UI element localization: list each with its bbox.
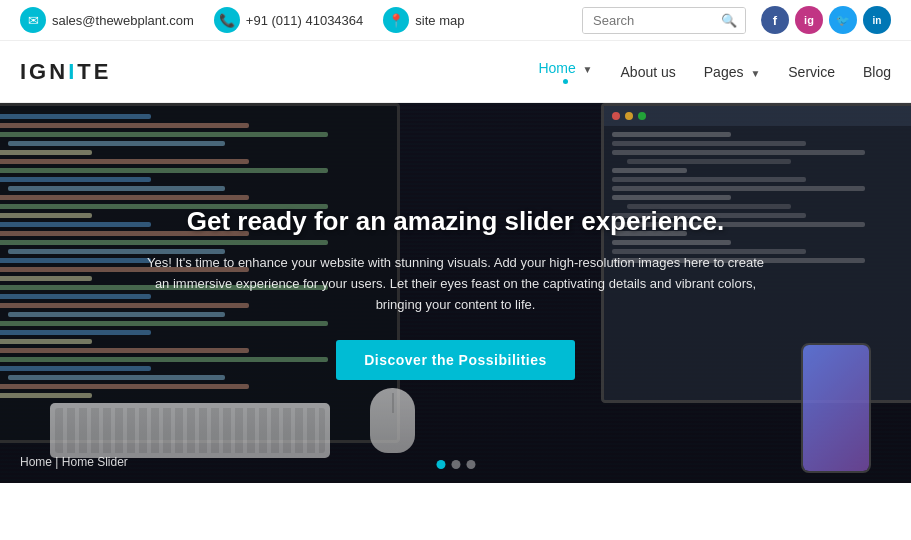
top-bar: ✉ sales@thewebplant.com 📞 +91 (011) 4103… — [0, 0, 911, 41]
home-arrow: ▼ — [583, 64, 593, 75]
breadcrumb: Home | Home Slider — [20, 455, 128, 469]
twitter-icon[interactable]: 🐦 — [829, 6, 857, 34]
hero-cta-button[interactable]: Discover the Possibilities — [336, 340, 575, 380]
slider-dot-3[interactable] — [466, 460, 475, 469]
nav-item-service[interactable]: Service — [788, 63, 835, 81]
search-input[interactable] — [583, 8, 713, 33]
nav-link-about[interactable]: About us — [621, 64, 676, 80]
hero-content: Get ready for an amazing slider experien… — [0, 103, 911, 483]
breadcrumb-current: Home Slider — [62, 455, 128, 469]
search-box[interactable]: 🔍 — [582, 7, 746, 34]
nav-bar: IGNITE Home ▼ About us Pages ▼ Service B… — [0, 41, 911, 103]
nav-item-about[interactable]: About us — [621, 63, 676, 81]
email-icon: ✉ — [20, 7, 46, 33]
slider-dot-2[interactable] — [451, 460, 460, 469]
logo[interactable]: IGNITE — [20, 59, 111, 85]
nav-item-pages[interactable]: Pages ▼ — [704, 63, 761, 81]
phone-icon: 📞 — [214, 7, 240, 33]
nav-link-pages[interactable]: Pages ▼ — [704, 64, 761, 80]
hero-title: Get ready for an amazing slider experien… — [187, 206, 725, 237]
nav-link-service[interactable]: Service — [788, 64, 835, 80]
linkedin-icon[interactable]: in — [863, 6, 891, 34]
hero-subtitle: Yes! It's time to enhance your website w… — [146, 253, 766, 315]
instagram-icon[interactable]: ig — [795, 6, 823, 34]
pages-arrow: ▼ — [750, 68, 760, 79]
search-button[interactable]: 🔍 — [713, 8, 745, 33]
nav-item-home[interactable]: Home ▼ — [538, 59, 592, 84]
map-icon: 📍 — [383, 7, 409, 33]
nav-link-blog[interactable]: Blog — [863, 64, 891, 80]
sitemap-text: site map — [415, 13, 464, 28]
phone-text: +91 (011) 41034364 — [246, 13, 363, 28]
email-text: sales@thewebplant.com — [52, 13, 194, 28]
phone-item: 📞 +91 (011) 41034364 — [214, 7, 363, 33]
hero-section: Get ready for an amazing slider experien… — [0, 103, 911, 483]
nav-links: Home ▼ About us Pages ▼ Service Blog — [538, 59, 891, 84]
social-icons: f ig 🐦 in — [761, 6, 891, 34]
breadcrumb-home[interactable]: Home — [20, 455, 52, 469]
sitemap-item[interactable]: 📍 site map — [383, 7, 464, 33]
nav-link-home[interactable]: Home ▼ — [538, 60, 592, 76]
slider-dots — [436, 460, 475, 469]
nav-item-blog[interactable]: Blog — [863, 63, 891, 81]
top-bar-left: ✉ sales@thewebplant.com 📞 +91 (011) 4103… — [20, 7, 582, 33]
slider-dot-1[interactable] — [436, 460, 445, 469]
facebook-icon[interactable]: f — [761, 6, 789, 34]
email-item: ✉ sales@thewebplant.com — [20, 7, 194, 33]
